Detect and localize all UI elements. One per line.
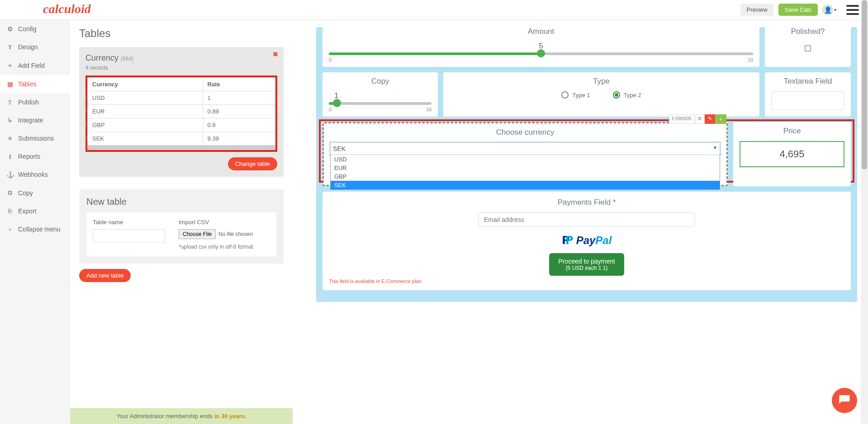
type-radio-2[interactable]: Type 2	[613, 91, 641, 99]
sidebar-label: Submissions	[18, 135, 54, 142]
sidebar-label: Webhooks	[18, 171, 48, 178]
sidebar-label: Tables	[18, 80, 36, 88]
textarea-title: Textarea Field	[771, 77, 844, 86]
gear-icon: ⚙	[6, 25, 14, 33]
type-card: Type Type 1 Type 2	[443, 72, 759, 117]
price-value: 4,695	[740, 141, 844, 167]
sidebar-item-config[interactable]: ⚙Config	[0, 20, 70, 38]
chevron-down-icon: ▼	[713, 145, 717, 150]
new-table-box: New table Table name Import CSV Choose F…	[79, 189, 284, 264]
copy-id-icon[interactable]: ⧉	[695, 114, 705, 124]
add-field-icon[interactable]: ＋	[715, 114, 726, 124]
price-title: Price	[740, 127, 844, 136]
reports-icon: ⫿	[6, 153, 14, 160]
sidebar-item-integrate[interactable]: ↳Integrate	[0, 111, 70, 129]
sidebar-item-reports[interactable]: ⫿Reports	[0, 147, 70, 165]
sidebar-label: Publish	[18, 99, 39, 106]
polished-card: Polished?	[765, 23, 851, 67]
sidebar-item-export[interactable]: ⎘Export	[0, 202, 70, 220]
amount-slider[interactable]	[329, 52, 753, 55]
sidebar-label: Copy	[18, 189, 33, 197]
proceed-payment-button[interactable]: Proceed to payment (5 USD each 1 1)	[549, 253, 624, 276]
user-menu[interactable]: 👤 ▾	[822, 5, 836, 15]
page-scrollbar[interactable]	[861, 0, 868, 424]
currency-table-box: ✖ Currency (664) 4 records Currency Rate…	[79, 47, 284, 177]
integrate-icon: ↳	[6, 117, 14, 124]
choose-file-button[interactable]: Choose File	[179, 229, 216, 239]
publish-icon: ⇧	[6, 99, 14, 106]
change-table-button[interactable]: Change table	[228, 157, 277, 170]
textarea-card: Textarea Field	[765, 72, 851, 117]
copy-title: Copy	[329, 77, 432, 86]
chat-bubble-icon[interactable]	[832, 388, 857, 413]
price-card: Price 4,695	[733, 122, 851, 186]
save-calc-button[interactable]: Save Calc	[778, 4, 818, 16]
copy-slider[interactable]	[329, 102, 432, 105]
sidebar-item-addfield[interactable]: ＋Add Field	[0, 56, 70, 75]
close-icon[interactable]: ✖	[273, 51, 278, 58]
currency-option-eur[interactable]: EUR	[331, 164, 720, 172]
sidebar-item-collapse[interactable]: ‹Collapse menu	[0, 220, 70, 238]
textarea-input[interactable]	[771, 91, 844, 110]
edit-field-icon[interactable]: ✎	[705, 114, 715, 124]
sidebar-item-tables[interactable]: ▦Tables	[0, 75, 70, 93]
table-row[interactable]: 3GBP0.8	[88, 118, 275, 132]
currency-card[interactable]: F398805 ⧉ ✎ ＋ Choose currency SEK ▼ USD	[323, 122, 728, 186]
currency-option-sek[interactable]: SEK	[331, 181, 720, 189]
amount-card: Amount 5 010	[323, 23, 759, 67]
table-scroll[interactable]	[87, 146, 275, 150]
tables-panel: Tables ✖ Currency (664) 4 records Curren…	[70, 20, 293, 424]
sidebar-item-publish[interactable]: ⇧Publish	[0, 93, 70, 111]
sidebar-item-design[interactable]: ⫪Design	[0, 38, 70, 56]
logo: calculoid	[43, 2, 91, 16]
copy-value: 1	[334, 91, 432, 100]
field-toolbar: F398805 ⧉ ✎ ＋	[669, 114, 726, 124]
sidebar-label: Config	[18, 25, 36, 33]
sidebar-item-copy[interactable]: ⧉Copy	[0, 184, 70, 202]
slider-thumb[interactable]	[333, 99, 341, 107]
no-file-text: No file chosen	[218, 231, 253, 237]
currency-table: Currency Rate 1USD12EUR0.893GBP0.84SEK9.…	[87, 77, 275, 146]
table-row[interactable]: 4SEK9.39	[88, 132, 275, 146]
collapse-icon: ‹	[6, 226, 14, 233]
type-radio-1[interactable]: Type 1	[561, 91, 590, 99]
new-table-title: New table	[86, 197, 276, 207]
table-name-input[interactable]	[93, 229, 165, 242]
currency-option-usd[interactable]: USD	[331, 155, 720, 164]
sidebar-label: Reports	[18, 153, 40, 160]
preview-button[interactable]: Preview	[740, 4, 774, 16]
sidebar-label: Export	[18, 207, 36, 215]
ecommerce-note: This field is available in E-Commerce pl…	[329, 278, 844, 284]
plus-icon: ＋	[6, 61, 14, 70]
import-csv-label: Import CSV	[179, 219, 253, 226]
sidebar-item-webhooks[interactable]: ⚓Webhooks	[0, 165, 70, 184]
polished-checkbox[interactable]	[805, 45, 811, 52]
sidebar-item-submissions[interactable]: ≡Submissions	[0, 129, 70, 147]
records-label: 4 records	[85, 65, 277, 71]
csv-hint: *upload csv only in utf-8 format	[179, 244, 253, 250]
col-rate: Rate	[203, 78, 275, 91]
paypal-logo: 𝗣𝗣PayPal	[329, 234, 844, 247]
panel-heading: Tables	[79, 27, 284, 40]
amount-title: Amount	[329, 27, 753, 36]
design-icon: ⫪	[6, 43, 14, 51]
currency-option-gbp[interactable]: GBP	[331, 172, 720, 181]
slider-thumb[interactable]	[537, 49, 545, 57]
table-row[interactable]: 2EUR0.89	[88, 105, 275, 118]
table-icon: ▦	[6, 80, 14, 88]
avatar-icon: 👤	[822, 5, 833, 15]
submissions-icon: ≡	[6, 135, 14, 142]
copy-card: Copy 1 010	[323, 72, 438, 117]
email-input[interactable]	[478, 212, 695, 227]
currency-dropdown-list: USD EUR GBP SEK	[330, 155, 720, 190]
sidebar: ⚙Config ⫪Design ＋Add Field ▦Tables ⇧Publ…	[0, 20, 70, 424]
copy-icon: ⧉	[6, 189, 14, 197]
top-nav: calculoid Preview Save Calc 👤 ▾	[0, 0, 868, 20]
caret-down-icon: ▾	[834, 7, 836, 12]
table-row[interactable]: 1USD1	[88, 91, 275, 105]
currency-select[interactable]: SEK ▼	[330, 142, 720, 155]
table-name-label: Table name	[93, 219, 165, 226]
field-id-badge: F398805	[669, 114, 695, 124]
hamburger-menu-icon[interactable]	[846, 5, 859, 15]
add-new-table-button[interactable]: Add new table	[79, 269, 131, 282]
